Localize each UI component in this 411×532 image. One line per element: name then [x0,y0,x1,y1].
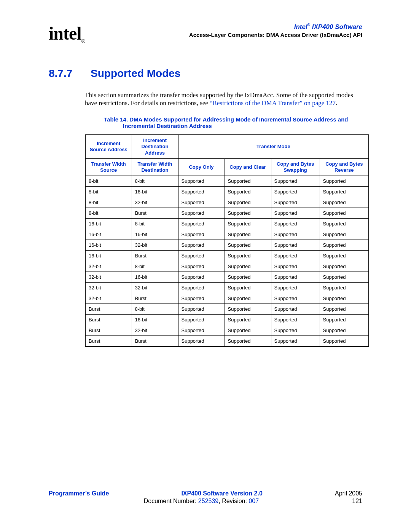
table-cell: Supported [225,251,271,261]
footer-row-1: Programmer’s Guide IXP400 Software Versi… [49,490,362,497]
table-cell: Supported [271,261,320,272]
table-body: 8-bit8-bitSupportedSupportedSupportedSup… [85,176,369,347]
table-cell: Supported [178,219,225,229]
table-cell: Supported [178,240,225,251]
table-cell: Supported [320,336,369,347]
cross-reference-link[interactable]: “Restrictions of the DMA Transfer” on pa… [210,99,336,107]
table-cell: Burst [132,208,178,219]
table-row: BurstBurstSupportedSupportedSupportedSup… [85,336,369,347]
table-cell: Supported [320,229,369,240]
table-wrapper: Increment Source Address Increment Desti… [85,134,362,347]
table-cell: 8-bit [85,176,132,187]
table-header-row: Transfer Width Source Transfer Width Des… [85,158,369,176]
col-head-inc-dest: Increment Destination Address [132,135,178,158]
table-cell: 32-bit [132,283,178,293]
revision-value: 007 [249,498,259,504]
header-right: Intel® IXP400 Software Access-Layer Comp… [189,23,362,38]
table-cell: Supported [225,261,271,272]
table-cell: Supported [271,336,320,347]
para-text-end: . [336,99,337,107]
table-cell: Supported [178,251,225,261]
table-row: 8-bit16-bitSupportedSupportedSupportedSu… [85,187,369,197]
table-cell: Supported [320,197,369,208]
table-cell: Supported [225,229,271,240]
table-cell: 16-bit [85,251,132,261]
table-cell: Supported [320,261,369,272]
table-header-row: Increment Source Address Increment Desti… [85,135,369,158]
table-cell: 16-bit [85,240,132,251]
page-number: 121 [352,498,362,505]
table-cell: Supported [320,187,369,197]
table-cell: Supported [178,283,225,293]
table-cell: Supported [225,304,271,315]
table-cell: Supported [320,251,369,261]
footer-date: April 2005 [335,490,362,497]
table-cell: Supported [320,208,369,219]
table-cell: 32-bit [85,293,132,304]
table-cell: Supported [225,293,271,304]
table-cell: Burst [85,304,132,315]
table-cell: Supported [320,240,369,251]
table-row: 16-bit16-bitSupportedSupportedSupportedS… [85,229,369,240]
table-cell: 8-bit [132,219,178,229]
col-head-tw-source: Transfer Width Source [85,158,132,176]
table-cell: 16-bit [132,272,178,283]
table-cell: Supported [178,261,225,272]
table-cell: Supported [320,315,369,325]
docnum-value: 252539 [198,498,218,504]
doc-subtitle: Access-Layer Components: DMA Access Driv… [189,32,362,38]
table-cell: 32-bit [132,325,178,336]
section-heading: 8.7.7 Supported Modes [49,67,362,80]
table-cell: Supported [320,283,369,293]
table-cell: Supported [271,293,320,304]
table-cell: Supported [178,229,225,240]
col-head-copy-swap: Copy and Bytes Swapping [271,158,320,176]
table-cell: Supported [225,325,271,336]
table-row: 32-bit32-bitSupportedSupportedSupportedS… [85,283,369,293]
table-cell: 16-bit [85,219,132,229]
table-cell: Supported [178,325,225,336]
col-head-tw-dest: Transfer Width Destination [132,158,178,176]
table-cell: 16-bit [132,187,178,197]
table-cell: 16-bit [132,315,178,325]
table-cell: Supported [271,229,320,240]
table-row: 32-bit16-bitSupportedSupportedSupportedS… [85,272,369,283]
table-cell: Supported [271,176,320,187]
table-row: 16-bit8-bitSupportedSupportedSupportedSu… [85,219,369,229]
table-row: 16-bitBurstSupportedSupportedSupportedSu… [85,251,369,261]
table-cell: Burst [132,293,178,304]
table-caption: Table 14. DMA Modes Supported for Addres… [104,116,362,129]
table-cell: Supported [225,315,271,325]
table-cell: 32-bit [85,261,132,272]
table-cell: Supported [178,336,225,347]
table-cell: Supported [271,315,320,325]
table-cell: 8-bit [132,261,178,272]
logo-text: intel [49,23,81,43]
table-row: 16-bit32-bitSupportedSupportedSupportedS… [85,240,369,251]
table-cell: Supported [225,176,271,187]
table-cell: Supported [225,240,271,251]
page-footer: Programmer’s Guide IXP400 Software Versi… [49,490,362,505]
registered-mark-icon: ® [307,23,310,27]
table-cell: Burst [85,336,132,347]
table-cell: Supported [271,208,320,219]
col-head-copy-reverse: Copy and Bytes Reverse [320,158,369,176]
table-cell: Supported [225,283,271,293]
table-cell: 8-bit [132,176,178,187]
intel-logo: intel® [49,23,85,45]
table-cell: Burst [132,336,178,347]
table-cell: 32-bit [85,283,132,293]
table-cell: Supported [271,304,320,315]
table-cell: Supported [271,325,320,336]
table-cell: Supported [178,293,225,304]
table-cell: 16-bit [85,229,132,240]
table-cell: Supported [178,176,225,187]
table-cell: Burst [85,315,132,325]
col-head-copy-clear: Copy and Clear [225,158,271,176]
table-cell: Supported [271,219,320,229]
table-cell: Supported [178,208,225,219]
col-head-copy-only: Copy Only [178,158,225,176]
doc-title-suffix: IXP400 Software [310,23,362,30]
table-cell: Supported [225,187,271,197]
table-row: 32-bitBurstSupportedSupportedSupportedSu… [85,293,369,304]
